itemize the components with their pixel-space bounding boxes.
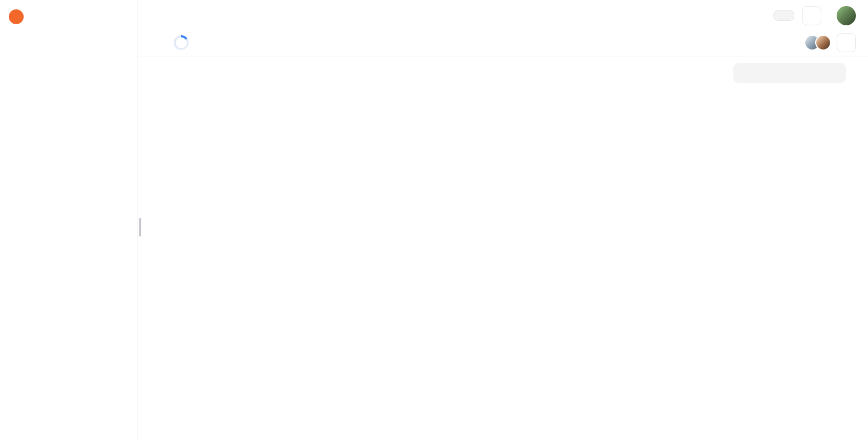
search-box[interactable]	[733, 63, 846, 83]
sidebar	[0, 0, 137, 440]
user-avatar[interactable]	[837, 6, 856, 25]
search-input[interactable]	[744, 69, 839, 78]
project-header	[137, 31, 868, 52]
avatar	[815, 35, 831, 51]
app-root	[0, 0, 868, 440]
project-selector-dropdown[interactable]	[773, 10, 794, 21]
kanban-board	[137, 89, 868, 440]
chat-with-us-button[interactable]	[0, 424, 137, 440]
workspace-switcher[interactable]	[0, 0, 137, 31]
main-area	[137, 0, 868, 440]
invite-member-button[interactable]	[837, 33, 856, 52]
progress-ring	[174, 35, 189, 50]
create-new-button[interactable]	[802, 6, 821, 25]
progress-value	[176, 37, 187, 48]
scrollbar-thumb[interactable]	[139, 218, 141, 237]
company-logo	[9, 9, 24, 24]
topbar	[137, 0, 868, 31]
member-avatars[interactable]	[804, 35, 831, 51]
board-toolbar	[137, 57, 868, 89]
sidebar-nav	[0, 31, 137, 35]
